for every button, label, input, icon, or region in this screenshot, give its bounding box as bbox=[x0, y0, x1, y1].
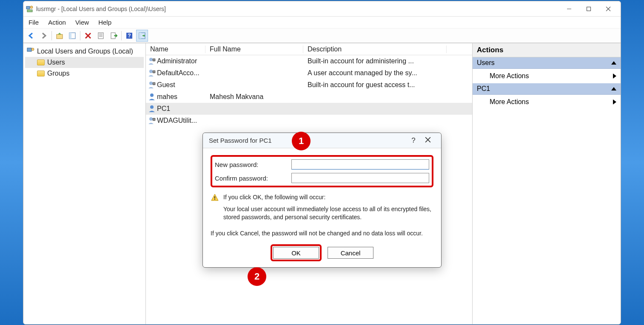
svg-text:?: ? bbox=[128, 33, 131, 39]
user-icon bbox=[148, 105, 156, 113]
svg-point-28 bbox=[150, 105, 154, 109]
menu-file[interactable]: File bbox=[28, 19, 39, 26]
warning-heading: If you click OK, the following will occu… bbox=[223, 193, 433, 202]
svg-rect-7 bbox=[57, 34, 63, 39]
svg-point-1 bbox=[30, 6, 33, 8]
user-disabled-icon bbox=[148, 116, 156, 125]
refresh-view-button[interactable] bbox=[136, 30, 148, 42]
maximize-button[interactable] bbox=[579, 3, 598, 15]
user-disabled-icon bbox=[148, 57, 156, 65]
menu-view[interactable]: View bbox=[75, 19, 89, 26]
warning-detail: Your local user account will immediately… bbox=[223, 205, 433, 222]
list-item-selected[interactable]: PC1 bbox=[146, 103, 472, 115]
back-button[interactable] bbox=[25, 30, 37, 42]
tree-item-groups[interactable]: Groups bbox=[25, 68, 144, 79]
tree-pane: Local Users and Groups (Local) Users Gro… bbox=[23, 43, 146, 324]
svg-rect-9 bbox=[69, 33, 71, 39]
annotation-badge-2: 2 bbox=[248, 267, 266, 286]
menubar: File Action View Help bbox=[23, 17, 621, 28]
up-button[interactable] bbox=[54, 30, 66, 42]
minimize-button[interactable] bbox=[559, 3, 579, 15]
actions-section-users[interactable]: Users bbox=[473, 57, 621, 69]
show-hide-button[interactable] bbox=[66, 30, 78, 42]
svg-rect-19 bbox=[27, 48, 31, 51]
menu-action[interactable]: Action bbox=[48, 19, 66, 26]
collapse-icon bbox=[611, 87, 616, 90]
confirm-password-label: Confirm password: bbox=[215, 175, 291, 182]
svg-rect-10 bbox=[98, 33, 103, 39]
export-button[interactable] bbox=[108, 30, 120, 42]
folder-icon bbox=[37, 71, 45, 76]
confirm-password-input[interactable] bbox=[291, 173, 429, 183]
actions-pane: Actions Users More Actions PC1 More Acti… bbox=[473, 43, 621, 324]
list-header: Name Full Name Description bbox=[146, 43, 472, 55]
cancel-note: If you click Cancel, the password will n… bbox=[211, 229, 433, 238]
user-icon bbox=[148, 93, 156, 101]
new-password-input[interactable] bbox=[291, 159, 429, 170]
col-desc[interactable]: Description bbox=[303, 45, 447, 53]
actions-section-pc1[interactable]: PC1 bbox=[473, 83, 621, 95]
menu-help[interactable]: Help bbox=[98, 19, 111, 26]
list-item[interactable]: Administrator Built-in account for admin… bbox=[146, 55, 472, 67]
tree-item-users[interactable]: Users bbox=[25, 57, 144, 68]
col-name[interactable]: Name bbox=[146, 45, 205, 53]
actions-more-users[interactable]: More Actions bbox=[473, 69, 621, 83]
cancel-button[interactable]: Cancel bbox=[328, 247, 373, 259]
tree-groups-label: Groups bbox=[47, 70, 69, 77]
password-fields-highlight: New password: Confirm password: bbox=[211, 155, 433, 187]
window-title: lusrmgr - [Local Users and Groups (Local… bbox=[36, 6, 559, 12]
warning-icon bbox=[211, 193, 219, 202]
dialog-close-button[interactable] bbox=[421, 136, 435, 145]
ok-button-highlight: OK bbox=[271, 244, 322, 261]
app-icon bbox=[26, 5, 34, 13]
tree-root[interactable]: Local Users and Groups (Local) bbox=[25, 46, 144, 57]
new-password-label: New password: bbox=[215, 161, 291, 168]
svg-point-29 bbox=[149, 117, 153, 121]
svg-rect-18 bbox=[139, 33, 141, 39]
svg-point-27 bbox=[150, 93, 154, 97]
forward-button[interactable] bbox=[38, 30, 50, 42]
actions-title: Actions bbox=[473, 43, 621, 57]
ok-button[interactable]: OK bbox=[273, 247, 319, 259]
dialog-help-button[interactable]: ? bbox=[406, 136, 421, 145]
list-item[interactable]: WDAGUtilit... bbox=[146, 115, 472, 127]
tree-root-label: Local Users and Groups (Local) bbox=[37, 48, 133, 55]
list-item[interactable]: DefaultAcco... A user account managed by… bbox=[146, 67, 472, 79]
svg-point-21 bbox=[149, 58, 153, 61]
delete-button[interactable] bbox=[82, 30, 94, 42]
svg-point-25 bbox=[149, 82, 153, 85]
folder-icon bbox=[37, 59, 45, 65]
close-button[interactable] bbox=[598, 3, 618, 15]
collapse-icon bbox=[611, 61, 616, 65]
col-full[interactable]: Full Name bbox=[205, 45, 303, 53]
dialog-titlebar: Set Password for PC1 ? bbox=[203, 133, 441, 148]
svg-rect-0 bbox=[26, 6, 30, 9]
help-button[interactable]: ? bbox=[123, 30, 135, 42]
list-item[interactable]: mahes Mahesh Makvana bbox=[146, 91, 472, 103]
tree-users-label: Users bbox=[47, 59, 65, 66]
svg-point-23 bbox=[149, 70, 153, 73]
properties-button[interactable] bbox=[95, 30, 107, 42]
toolbar: ? bbox=[23, 28, 621, 43]
user-disabled-icon bbox=[148, 81, 156, 89]
list-item[interactable]: Guest Built-in account for guest access … bbox=[146, 79, 472, 91]
expand-icon bbox=[613, 73, 616, 79]
dialog-title: Set Password for PC1 bbox=[209, 137, 272, 144]
svg-rect-33 bbox=[214, 196, 215, 198]
actions-more-pc1[interactable]: More Actions bbox=[473, 95, 621, 109]
titlebar: lusrmgr - [Local Users and Groups (Local… bbox=[23, 1, 621, 17]
svg-rect-2 bbox=[27, 10, 32, 12]
user-disabled-icon bbox=[148, 69, 156, 77]
set-password-dialog: Set Password for PC1 ? New password: Con… bbox=[202, 133, 442, 268]
svg-rect-34 bbox=[214, 199, 215, 200]
svg-rect-4 bbox=[587, 7, 591, 11]
computer-icon bbox=[27, 47, 34, 56]
annotation-badge-1: 1 bbox=[292, 132, 311, 150]
expand-icon bbox=[613, 99, 616, 105]
svg-point-20 bbox=[31, 48, 34, 51]
